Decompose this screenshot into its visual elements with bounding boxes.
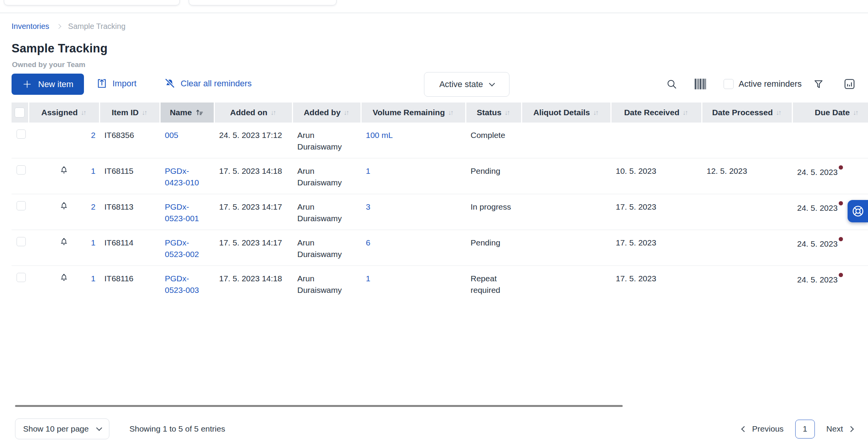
volume-remaining-link[interactable]: 6 <box>366 238 370 247</box>
item-id-cell: IT68356 <box>99 123 160 158</box>
column-header-added_on[interactable]: Added on ↓↑ <box>214 103 292 123</box>
date-processed-cell <box>702 123 792 158</box>
sort-icons: ↓↑ <box>270 109 276 117</box>
active-state-value: Active state <box>439 79 483 89</box>
due-date-value: 24. 5. 2023 <box>797 203 838 212</box>
column-header-date_processed[interactable]: Date Processed ↓↑ <box>702 103 792 123</box>
aliquot-details-cell <box>521 266 611 302</box>
topbar-field-left[interactable] <box>4 0 180 5</box>
column-label: Aliquot Details <box>533 108 590 117</box>
item-name-link[interactable]: PGDx-0523-002 <box>165 238 199 259</box>
column-label: Name <box>170 108 192 117</box>
status-cell: In progress <box>466 194 521 230</box>
horizontal-scrollbar[interactable] <box>15 405 623 407</box>
column-label: Added by <box>304 108 341 117</box>
breadcrumb-link-inventories[interactable]: Inventories <box>12 22 49 31</box>
aliquot-details-cell <box>521 158 611 194</box>
chevron-right-icon <box>56 24 61 29</box>
item-id-cell: IT68114 <box>99 230 160 266</box>
active-reminders-checkbox[interactable] <box>724 79 734 89</box>
row-checkbox[interactable] <box>17 273 26 282</box>
row-checkbox[interactable] <box>17 201 26 210</box>
table-tools: Active reminders <box>666 72 856 96</box>
sort-icons: ↓↑ <box>142 109 147 117</box>
row-checkbox[interactable] <box>17 129 26 139</box>
reminder-bell-icon[interactable] <box>59 237 69 247</box>
table-row: 1 IT68115 PGDx-0423-010 17. 5. 2023 14:1… <box>12 158 868 194</box>
chart-view-icon[interactable] <box>843 78 856 90</box>
select-all-checkbox[interactable] <box>15 108 25 118</box>
volume-remaining-link[interactable]: 1 <box>366 274 370 283</box>
column-label: Date Received <box>624 108 680 117</box>
next-page-button[interactable]: Next <box>826 424 853 434</box>
assigned-count-link[interactable]: 1 <box>91 237 96 249</box>
import-button[interactable]: Import <box>96 78 136 89</box>
volume-remaining-link[interactable]: 100 mL <box>366 131 393 139</box>
import-label: Import <box>112 79 136 89</box>
assigned-count-link[interactable]: 2 <box>91 129 96 141</box>
previous-page-button[interactable]: Previous <box>742 424 784 434</box>
column-header-aliquot_details[interactable]: Aliquot Details ↓↑ <box>521 103 611 123</box>
row-checkbox[interactable] <box>17 165 26 175</box>
sample-table: Assigned ↓↑ Item ID ↓↑ Name Added on ↓↑ … <box>12 103 868 301</box>
filter-icon[interactable] <box>813 79 824 90</box>
due-date-cell: 24. 5. 2023 <box>792 266 868 302</box>
assigned-count-link[interactable]: 2 <box>91 201 96 213</box>
next-label: Next <box>826 424 843 434</box>
table-header-row: Assigned ↓↑ Item ID ↓↑ Name Added on ↓↑ … <box>12 103 868 123</box>
toolbar: New item Import Clear all reminders Acti… <box>12 72 856 96</box>
volume-remaining-link[interactable]: 1 <box>366 166 370 175</box>
item-name-link[interactable]: PGDx-0423-010 <box>165 166 199 187</box>
active-reminders-label: Active reminders <box>739 79 802 89</box>
clear-all-reminders-button[interactable]: Clear all reminders <box>164 78 252 89</box>
plus-icon <box>22 79 32 89</box>
column-header-added_by[interactable]: Added by ↓↑ <box>292 103 361 123</box>
active-state-dropdown[interactable]: Active state <box>424 72 509 97</box>
page-size-dropdown[interactable]: Show 10 per page <box>15 418 109 439</box>
date-processed-cell <box>702 266 792 302</box>
column-header-status[interactable]: Status ↓↑ <box>466 103 521 123</box>
due-date-cell: 24. 5. 2023 <box>792 230 868 266</box>
item-name-link[interactable]: 005 <box>165 131 178 139</box>
added-by-cell: Arun Duraiswamy <box>292 266 361 302</box>
breadcrumb: Inventories Sample Tracking <box>12 22 126 31</box>
added-on-cell: 24. 5. 2023 17:12 <box>214 123 292 158</box>
reminder-bell-icon[interactable] <box>59 165 69 176</box>
added-by-cell: Arun Duraiswamy <box>292 123 361 158</box>
due-date-value: 24. 5. 2023 <box>797 239 838 248</box>
barcode-scan-icon[interactable] <box>694 78 707 90</box>
column-header-date_received[interactable]: Date Received ↓↑ <box>611 103 702 123</box>
item-id-cell: IT68113 <box>99 194 160 230</box>
column-header-assigned[interactable]: Assigned ↓↑ <box>28 103 99 123</box>
assigned-count-link[interactable]: 1 <box>91 273 96 284</box>
added-by-cell: Arun Duraiswamy <box>292 158 361 194</box>
reminder-bell-icon[interactable] <box>59 201 69 212</box>
sort-icons: ↓↑ <box>682 109 688 117</box>
added-on-cell: 17. 5. 2023 14:18 <box>214 158 292 194</box>
status-cell: Pending <box>466 230 521 266</box>
volume-remaining-link[interactable]: 3 <box>366 202 370 211</box>
reminder-bell-icon[interactable] <box>59 273 69 283</box>
topbar-field-right[interactable] <box>189 0 337 5</box>
page-number-button[interactable]: 1 <box>795 420 815 439</box>
column-header-volume_remaining[interactable]: Volume Remaining ↓↑ <box>361 103 466 123</box>
item-id-cell: IT68116 <box>99 266 160 302</box>
assigned-count-link[interactable]: 1 <box>91 165 96 177</box>
column-header-name[interactable]: Name <box>160 103 214 123</box>
help-button[interactable] <box>848 200 868 222</box>
column-label: Due Date <box>815 108 850 117</box>
column-label: Assigned <box>41 108 78 117</box>
date-processed-cell <box>702 230 792 266</box>
search-icon[interactable] <box>666 79 677 90</box>
new-item-button[interactable]: New item <box>12 74 84 95</box>
column-header-due_date[interactable]: Due Date ↓↑ <box>792 103 868 123</box>
row-checkbox[interactable] <box>17 237 26 246</box>
item-name-link[interactable]: PGDx-0523-001 <box>165 202 199 223</box>
pager: Previous 1 Next <box>742 420 853 439</box>
column-header-checkbox[interactable] <box>12 103 28 123</box>
column-header-item_id[interactable]: Item ID ↓↑ <box>99 103 160 123</box>
item-name-link[interactable]: PGDx-0523-003 <box>165 274 199 294</box>
chevron-right-icon <box>848 426 854 432</box>
page-subtitle: Owned by your Team <box>12 60 85 69</box>
clear-all-reminders-label: Clear all reminders <box>181 79 252 89</box>
